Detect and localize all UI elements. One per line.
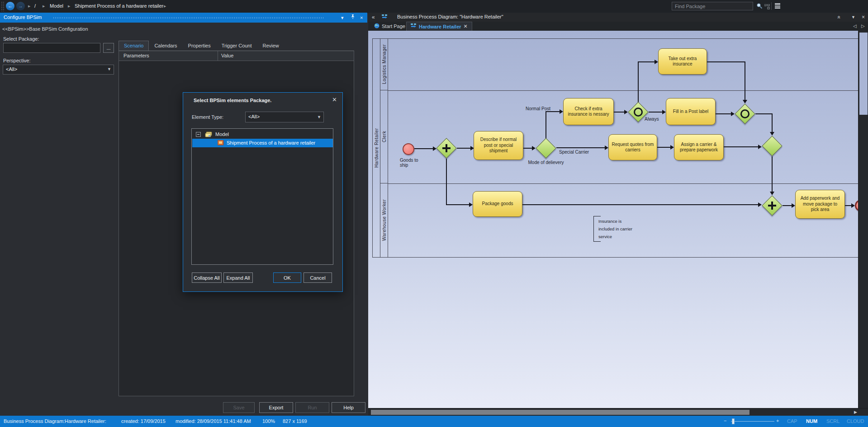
task-package-goods[interactable]: Package goods <box>473 191 522 217</box>
package-tree[interactable]: Model Shipment Process of a hardware ret… <box>191 128 333 265</box>
sequence-flow <box>556 147 605 148</box>
hamburger-menu-icon[interactable] <box>775 3 780 9</box>
task-describe-shipment[interactable]: Describe if normal post or special shipm… <box>474 131 523 160</box>
element-type-dropdown[interactable]: <All> ▼ <box>245 112 324 122</box>
scroll-tabs-left-icon[interactable]: ◁ <box>853 23 857 28</box>
select-package-input[interactable] <box>3 43 100 53</box>
zoom-in-button[interactable]: + <box>776 418 779 423</box>
panel-title-bar: Configure BPSim ▾ × <box>0 13 367 23</box>
lane-label-logistics-manager[interactable]: Logistics Manager <box>380 39 388 90</box>
scroll-tabs-right-icon[interactable]: ▷ <box>861 23 865 28</box>
lane-label-clerk[interactable]: Clerk <box>380 90 388 183</box>
sequence-flow <box>755 113 773 114</box>
close-tab-icon[interactable]: ✕ <box>464 23 468 29</box>
column-header-value[interactable]: Value <box>221 53 233 58</box>
tree-item-label: Shipment Process of a hardware retailer <box>227 140 315 145</box>
chevron-down-icon: ▼ <box>107 67 111 71</box>
zoom-slider-track[interactable] <box>731 421 774 422</box>
close-icon[interactable]: × <box>360 14 363 21</box>
back-button[interactable]: ← <box>6 2 14 10</box>
text-annotation[interactable]: Insurance is included in carrier service <box>593 216 635 242</box>
cancel-button[interactable]: Cancel <box>304 272 332 283</box>
start-event-label: Goods to ship <box>400 158 427 168</box>
breadcrumb-arrow-icon: ▶ <box>68 5 70 8</box>
pin-icon[interactable] <box>351 14 355 20</box>
ok-button[interactable]: OK <box>273 272 301 283</box>
sequence-flow <box>783 205 792 206</box>
tab-scenario[interactable]: Scenario <box>119 41 149 51</box>
tab-hardware-retailer[interactable]: Hardware Retailer ✕ <box>406 22 472 31</box>
perspective-dropdown[interactable]: <All> ▼ <box>3 65 114 75</box>
arrowhead <box>433 146 436 151</box>
chevron-down-icon[interactable]: ▾ <box>341 14 344 21</box>
collapse-all-button[interactable]: Collapse All <box>192 272 222 283</box>
tab-start-page[interactable]: Start Page <box>370 22 409 31</box>
expand-all-button[interactable]: Expand All <box>223 272 253 283</box>
sequence-flow <box>545 111 546 138</box>
annotation-text: Insurance is included in carrier service <box>598 217 635 240</box>
task-check-insurance[interactable]: Check if extra insurance is nessary <box>563 98 614 125</box>
search-icon[interactable] <box>756 3 763 11</box>
chevron-down-icon[interactable]: ▼ <box>851 15 855 19</box>
diagram-canvas[interactable]: Hardware Retailer Logistics Manager Cler… <box>368 31 858 408</box>
task-request-quotes[interactable]: Request quotes from carriers <box>608 134 657 160</box>
column-header-parameters[interactable]: Parameters <box>123 53 149 58</box>
layout-grid-icon[interactable] <box>764 3 770 11</box>
expand-up-icon[interactable]: « <box>836 16 842 19</box>
scroll-right-icon[interactable]: ▶ <box>854 410 857 414</box>
toolbar-drag-handle[interactable] <box>1 1 4 11</box>
arrowhead <box>851 203 855 208</box>
breadcrumb-arrow-icon: ▶ <box>43 5 45 8</box>
horizontal-scrollbar[interactable]: ▶ <box>368 408 868 416</box>
lane-label: Warehouse Worker <box>380 183 388 257</box>
horizontal-scrollbar-thumb[interactable] <box>371 410 749 415</box>
browse-package-button[interactable]: ... <box>103 43 114 53</box>
collapse-panel-icon[interactable]: « <box>372 14 375 20</box>
task-add-paperwork[interactable]: Add paperwork and move package to pick a… <box>795 190 845 219</box>
tab-calendars[interactable]: Calendars <box>149 41 182 51</box>
select-bpsim-package-dialog: Select BPSim elements Package. ✕ Element… <box>183 92 343 292</box>
close-icon[interactable]: × <box>862 14 865 20</box>
zoom-out-button[interactable]: − <box>724 418 726 423</box>
dialog-title: Select BPSim elements Package. <box>194 98 271 103</box>
pool-label-band[interactable]: Hardware Retailer <box>373 39 380 257</box>
column-divider[interactable] <box>218 51 218 61</box>
tab-trigger-count[interactable]: Trigger Count <box>216 41 257 51</box>
close-icon[interactable]: ✕ <box>332 96 337 103</box>
tree-item-shipment-process[interactable]: Shipment Process of a hardware retailer <box>192 139 333 147</box>
diagram-window-header: « Business Process Diagram: "Hardware Re… <box>368 13 868 22</box>
diagram-tab-bar: Start Page Hardware Retailer ✕ ◁ ▷ <box>368 22 868 31</box>
breadcrumb-item-package[interactable]: Shipment Process of a hardware retailer <box>75 3 163 9</box>
collapse-box-icon[interactable] <box>196 132 201 137</box>
vertical-scrollbar-thumb[interactable] <box>859 33 868 115</box>
pool-label: Hardware Retailer <box>373 39 380 257</box>
tab-label: Hardware Retailer <box>419 24 461 29</box>
tab-label: Start Page <box>382 23 405 29</box>
zoom-slider-thumb[interactable] <box>732 418 735 424</box>
gateway-label: Mode of delievery <box>524 160 568 165</box>
save-button[interactable]: Save <box>223 402 255 413</box>
find-package-input[interactable] <box>672 2 753 10</box>
vertical-scrollbar[interactable] <box>858 31 868 408</box>
tree-item-model[interactable]: Model <box>192 130 333 139</box>
tab-properties[interactable]: Properties <box>183 41 216 51</box>
arrowhead <box>624 110 628 114</box>
start-event[interactable] <box>403 143 414 155</box>
run-button[interactable]: Run <box>295 402 329 413</box>
help-button[interactable]: Help <box>332 402 365 413</box>
export-button[interactable]: Export <box>259 402 293 413</box>
diagram-icon <box>218 140 224 146</box>
tab-review[interactable]: Review <box>257 41 285 51</box>
lane-label: Logistics Manager <box>380 39 388 90</box>
task-fill-post-label[interactable]: Fill in a Post label <box>666 98 716 125</box>
breadcrumb-item-model[interactable]: Model <box>50 3 63 9</box>
element-type-label: Element Type: <box>192 114 223 120</box>
breadcrumb-root[interactable]: / <box>34 3 36 9</box>
sequence-flow <box>657 147 670 148</box>
forward-button[interactable]: → <box>16 2 25 10</box>
task-assign-carrier[interactable]: Assign a carrier & prepare paperwork <box>674 134 724 160</box>
lane-label-warehouse-worker[interactable]: Warehouse Worker <box>380 183 388 257</box>
indicator-num: NUM <box>806 418 817 424</box>
task-take-insurance[interactable]: Take out extra insurance <box>658 48 707 75</box>
sequence-flow <box>545 111 560 112</box>
